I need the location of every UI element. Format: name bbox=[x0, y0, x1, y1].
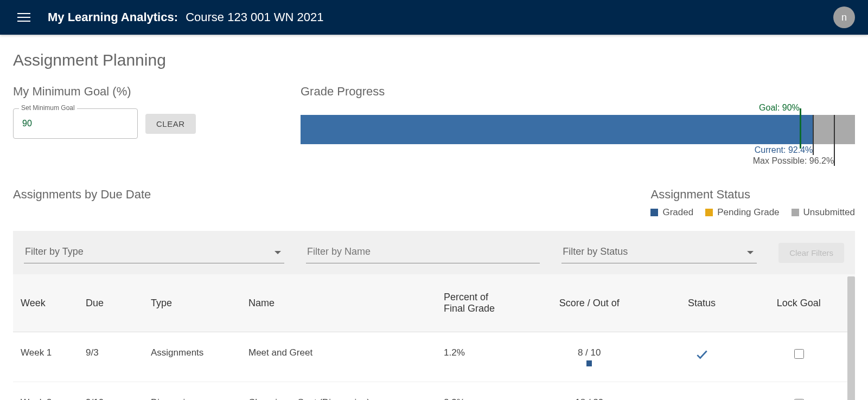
current-label: Current: 92.4% bbox=[755, 145, 813, 155]
score-text: 8 / 10 bbox=[525, 347, 653, 358]
column-header[interactable]: Score / Out of bbox=[518, 274, 661, 332]
column-header[interactable]: Lock Goal bbox=[743, 274, 855, 332]
goal-section-title: My Minimum Goal (%) bbox=[13, 85, 279, 99]
table-cell: 9/10 bbox=[78, 382, 143, 401]
legend-item: Pending Grade bbox=[705, 207, 779, 218]
column-header[interactable]: Name bbox=[241, 274, 436, 332]
table-cell: 1.2% bbox=[436, 332, 518, 382]
score-cell: 18 / 20 bbox=[518, 382, 661, 401]
svg-rect-2 bbox=[17, 21, 30, 22]
table-row: Week 19/3AssignmentsMeet and Greet1.2%8 … bbox=[13, 332, 855, 382]
goal-input-label: Set Minimum Goal bbox=[19, 104, 77, 112]
scrollbar[interactable] bbox=[847, 276, 855, 400]
goal-marker bbox=[800, 108, 801, 149]
legend-label: Graded bbox=[662, 207, 693, 218]
lock-goal-checkbox[interactable] bbox=[794, 349, 804, 359]
goal-label: Goal: 90% bbox=[759, 103, 800, 113]
goal-input-wrapper: Set Minimum Goal bbox=[13, 108, 138, 139]
score-mini-bar bbox=[586, 360, 592, 366]
table-header-row: WeekDueTypeNamePercent of Final GradeSco… bbox=[13, 274, 855, 332]
hamburger-icon bbox=[17, 11, 30, 24]
assignments-section-title: Assignments by Due Date bbox=[13, 188, 151, 202]
check-icon bbox=[695, 347, 709, 362]
filter-by-type-select[interactable]: Filter by Type bbox=[24, 242, 284, 263]
clear-goal-button[interactable]: CLEAR bbox=[145, 114, 196, 134]
filter-by-name-input-wrapper bbox=[306, 242, 540, 263]
legend-item: Graded bbox=[650, 207, 693, 218]
filter-by-type-label: Filter by Type bbox=[25, 246, 84, 257]
legend-label: Pending Grade bbox=[717, 207, 779, 218]
max-label: Max Possible: 96.2% bbox=[753, 156, 834, 166]
lock-goal-cell bbox=[743, 382, 855, 401]
filter-by-name-input[interactable] bbox=[306, 242, 540, 263]
column-header[interactable]: Status bbox=[661, 274, 742, 332]
progress-bar-track bbox=[301, 115, 855, 144]
table-cell: Week 1 bbox=[13, 332, 78, 382]
table-cell: 9/3 bbox=[78, 332, 143, 382]
column-header[interactable]: Percent of Final Grade bbox=[436, 274, 518, 332]
assignments-table: WeekDueTypeNamePercent of Final GradeSco… bbox=[13, 274, 855, 400]
progress-section-title: Grade Progress bbox=[301, 85, 855, 99]
page-title: Assignment Planning bbox=[13, 51, 855, 69]
legend-item: Unsubmitted bbox=[792, 207, 855, 218]
table-cell: Discussions bbox=[143, 382, 241, 401]
status-cell bbox=[661, 332, 742, 382]
app-title: My Learning Analytics: Course 123 001 WN… bbox=[48, 10, 324, 24]
table-cell: Assignments bbox=[143, 332, 241, 382]
status-section-title: Assignment Status bbox=[650, 188, 855, 202]
column-header[interactable]: Due bbox=[78, 274, 143, 332]
status-legend: GradedPending GradeUnsubmitted bbox=[650, 207, 855, 218]
table-row: Week 29/10DiscussionsChoosing a Seat (Di… bbox=[13, 382, 855, 401]
goal-input[interactable] bbox=[21, 118, 130, 129]
legend-swatch bbox=[705, 209, 713, 216]
filter-bar: Filter by Type Filter by Status Clear Fi… bbox=[13, 231, 855, 274]
column-header[interactable]: Week bbox=[13, 274, 78, 332]
table-cell: Week 2 bbox=[13, 382, 78, 401]
progress-bar-fill bbox=[301, 115, 813, 144]
table-cell: 2.3% bbox=[436, 382, 518, 401]
assignments-table-wrap: WeekDueTypeNamePercent of Final GradeSco… bbox=[13, 274, 855, 400]
score-cell: 8 / 10 bbox=[518, 332, 661, 382]
table-body: Week 19/3AssignmentsMeet and Greet1.2%8 … bbox=[13, 332, 855, 401]
filter-by-status-label: Filter by Status bbox=[563, 246, 628, 257]
table-cell: Meet and Greet bbox=[241, 332, 436, 382]
column-header[interactable]: Type bbox=[143, 274, 241, 332]
menu-button[interactable] bbox=[13, 7, 35, 28]
clear-filters-button[interactable]: Clear Filters bbox=[778, 243, 844, 263]
table-cell: Choosing a Seat (Discussion) bbox=[241, 382, 436, 401]
grade-progress-chart: Goal: 90% Current: 92.4% Max Possible: 9… bbox=[301, 108, 855, 171]
chevron-down-icon bbox=[275, 251, 281, 254]
avatar[interactable]: n bbox=[833, 7, 855, 28]
lock-goal-cell bbox=[743, 332, 855, 382]
svg-rect-0 bbox=[17, 13, 30, 14]
legend-swatch bbox=[650, 209, 658, 216]
avatar-initial: n bbox=[841, 12, 847, 23]
app-title-course: Course 123 001 WN 2021 bbox=[186, 10, 323, 24]
score-text: 18 / 20 bbox=[525, 397, 653, 400]
app-title-label: My Learning Analytics: bbox=[48, 10, 178, 24]
legend-label: Unsubmitted bbox=[803, 207, 855, 218]
app-bar: My Learning Analytics: Course 123 001 WN… bbox=[0, 0, 868, 35]
chevron-down-icon bbox=[747, 251, 754, 254]
status-cell bbox=[661, 382, 742, 401]
filter-by-status-select[interactable]: Filter by Status bbox=[561, 242, 757, 263]
legend-swatch bbox=[792, 209, 799, 216]
check-icon bbox=[695, 397, 709, 400]
svg-rect-1 bbox=[17, 17, 30, 18]
